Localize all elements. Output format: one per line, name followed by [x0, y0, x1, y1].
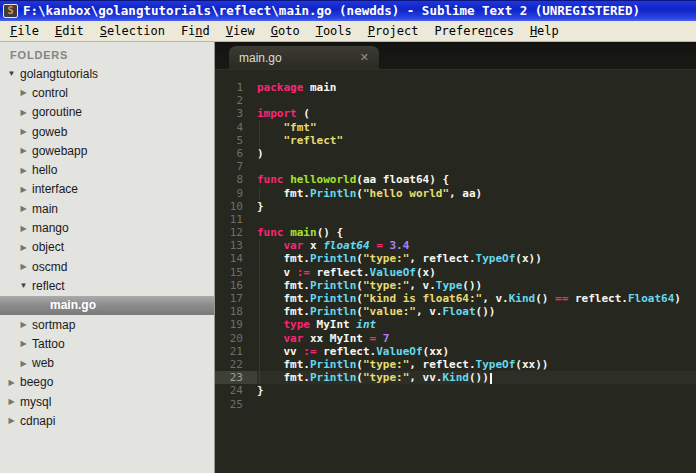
tree-item-goweb[interactable]: ▶goweb — [0, 122, 214, 141]
expand-triangle-icon[interactable]: ▶ — [18, 204, 29, 213]
tree-item-main[interactable]: ▶main — [0, 199, 214, 218]
tab-close-icon[interactable]: ✕ — [360, 51, 369, 64]
code-editor[interactable]: 1package main23import (4 "fmt"5 "reflect… — [215, 70, 696, 473]
tree-item-hello[interactable]: ▶hello — [0, 160, 214, 179]
code-line-2[interactable]: 2 — [215, 94, 696, 107]
menu-item-help[interactable]: Help — [522, 22, 567, 40]
folders-header: FOLDERS — [0, 42, 214, 64]
tab-label: main.go — [239, 51, 354, 65]
line-number: 13 — [215, 239, 257, 252]
tree-item-main-go[interactable]: main.go — [0, 296, 214, 315]
line-number: 5 — [215, 134, 257, 147]
expand-triangle-icon[interactable]: ▶ — [18, 339, 29, 348]
tree-item-web[interactable]: ▶web — [0, 353, 214, 372]
line-text: fmt.Println("kind is float64:", v.Kind()… — [257, 292, 696, 305]
menu-item-goto[interactable]: Goto — [263, 22, 308, 40]
code-line-5[interactable]: 5 "reflect" — [215, 134, 696, 147]
line-text: v := reflect.ValueOf(x) — [257, 266, 696, 279]
expand-triangle-icon[interactable]: ▶ — [18, 262, 29, 271]
menu-item-view[interactable]: View — [218, 22, 263, 40]
code-line-8[interactable]: 8func helloworld(aa float64) { — [215, 173, 696, 186]
collapse-triangle-icon[interactable]: ▼ — [18, 281, 29, 290]
menu-item-project[interactable]: Project — [360, 22, 427, 40]
code-line-11[interactable]: 11 — [215, 213, 696, 226]
tree-item-interface[interactable]: ▶interface — [0, 180, 214, 199]
code-line-22[interactable]: 22 fmt.Println("type:", reflect.TypeOf(x… — [215, 358, 696, 371]
menu-item-find[interactable]: Find — [173, 22, 218, 40]
expand-triangle-icon[interactable]: ▶ — [18, 88, 29, 97]
code-line-9[interactable]: 9 fmt.Println("hello world", aa) — [215, 187, 696, 200]
tree-item-label: Tattoo — [32, 337, 65, 351]
tree-item-mysql[interactable]: ▶mysql — [0, 392, 214, 411]
expand-triangle-icon[interactable]: ▶ — [18, 108, 29, 117]
expand-triangle-icon[interactable]: ▶ — [18, 166, 29, 175]
line-text: fmt.Println("hello world", aa) — [257, 187, 696, 200]
code-line-1[interactable]: 1package main — [215, 81, 696, 94]
tree-item-label: control — [32, 86, 68, 100]
expand-triangle-icon[interactable]: ▶ — [18, 224, 29, 233]
code-line-7[interactable]: 7 — [215, 160, 696, 173]
tree-item-oscmd[interactable]: ▶oscmd — [0, 257, 214, 276]
tree-item-gowebapp[interactable]: ▶gowebapp — [0, 141, 214, 160]
code-line-25[interactable]: 25 — [215, 398, 696, 411]
tree-item-reflect[interactable]: ▼reflect — [0, 276, 214, 295]
code-line-4[interactable]: 4 "fmt" — [215, 121, 696, 134]
code-line-3[interactable]: 3import ( — [215, 107, 696, 120]
tree-item-sortmap[interactable]: ▶sortmap — [0, 315, 214, 334]
tree-item-golangtutorials[interactable]: ▼golangtutorials — [0, 64, 214, 83]
expand-triangle-icon[interactable]: ▶ — [18, 359, 29, 368]
code-line-19[interactable]: 19 type MyInt int — [215, 318, 696, 331]
code-line-12[interactable]: 12func main() { — [215, 226, 696, 239]
code-line-21[interactable]: 21 vv := reflect.ValueOf(xx) — [215, 345, 696, 358]
code-line-24[interactable]: 24} — [215, 384, 696, 397]
line-text — [257, 94, 696, 107]
expand-triangle-icon[interactable]: ▶ — [18, 127, 29, 136]
line-text: func main() { — [257, 226, 696, 239]
window-title: F:\kanbox\golangtutorials\reflect\main.g… — [23, 3, 640, 18]
expand-triangle-icon[interactable]: ▶ — [6, 378, 17, 387]
code-line-16[interactable]: 16 fmt.Println("type:", v.Type()) — [215, 279, 696, 292]
code-line-13[interactable]: 13 var x float64 = 3.4 — [215, 239, 696, 252]
code-line-14[interactable]: 14 fmt.Println("type:", reflect.TypeOf(x… — [215, 252, 696, 265]
expand-triangle-icon[interactable]: ▶ — [6, 416, 17, 425]
menu-item-tools[interactable]: Tools — [308, 22, 360, 40]
line-text: package main — [257, 81, 696, 94]
code-line-20[interactable]: 20 var xx MyInt = 7 — [215, 332, 696, 345]
code-line-18[interactable]: 18 fmt.Println("value:", v.Float()) — [215, 305, 696, 318]
line-number: 6 — [215, 147, 257, 160]
code-line-15[interactable]: 15 v := reflect.ValueOf(x) — [215, 266, 696, 279]
code-line-17[interactable]: 17 fmt.Println("kind is float64:", v.Kin… — [215, 292, 696, 305]
tree-item-label: hello — [32, 163, 57, 177]
expand-triangle-icon[interactable]: ▶ — [18, 320, 29, 329]
code-line-6[interactable]: 6) — [215, 147, 696, 160]
menu-item-selection[interactable]: Selection — [92, 22, 173, 40]
line-number: 3 — [215, 107, 257, 120]
expand-triangle-icon[interactable]: ▶ — [6, 397, 17, 406]
line-number: 2 — [215, 94, 257, 107]
tree-item-cdnapi[interactable]: ▶cdnapi — [0, 411, 214, 430]
editor-pane: main.go ✕ 1package main23import (4 "fmt"… — [215, 42, 696, 473]
code-line-23[interactable]: 23 fmt.Println("type:", vv.Kind()) — [215, 371, 696, 384]
collapse-triangle-icon[interactable]: ▼ — [6, 69, 17, 78]
line-text: fmt.Println("type:", reflect.TypeOf(xx)) — [257, 358, 696, 371]
menu-item-file[interactable]: File — [2, 22, 47, 40]
code-line-10[interactable]: 10} — [215, 200, 696, 213]
line-number: 12 — [215, 226, 257, 239]
tree-item-control[interactable]: ▶control — [0, 83, 214, 102]
tree-item-beego[interactable]: ▶beego — [0, 373, 214, 392]
line-number: 16 — [215, 279, 257, 292]
line-text: fmt.Println("type:", vv.Kind()) — [257, 371, 696, 384]
tree-item-object[interactable]: ▶object — [0, 238, 214, 257]
tree-item-label: interface — [32, 182, 78, 196]
code-lines: 1package main23import (4 "fmt"5 "reflect… — [215, 81, 696, 411]
line-text: "reflect" — [257, 134, 696, 147]
tab-main-go[interactable]: main.go ✕ — [228, 45, 380, 69]
tree-item-goroutine[interactable]: ▶goroutine — [0, 103, 214, 122]
menu-item-preferences[interactable]: Preferences — [426, 22, 522, 40]
expand-triangle-icon[interactable]: ▶ — [18, 146, 29, 155]
menu-item-edit[interactable]: Edit — [47, 22, 92, 40]
expand-triangle-icon[interactable]: ▶ — [18, 243, 29, 252]
tree-item-tattoo[interactable]: ▶Tattoo — [0, 334, 214, 353]
tree-item-mango[interactable]: ▶mango — [0, 218, 214, 237]
expand-triangle-icon[interactable]: ▶ — [18, 185, 29, 194]
